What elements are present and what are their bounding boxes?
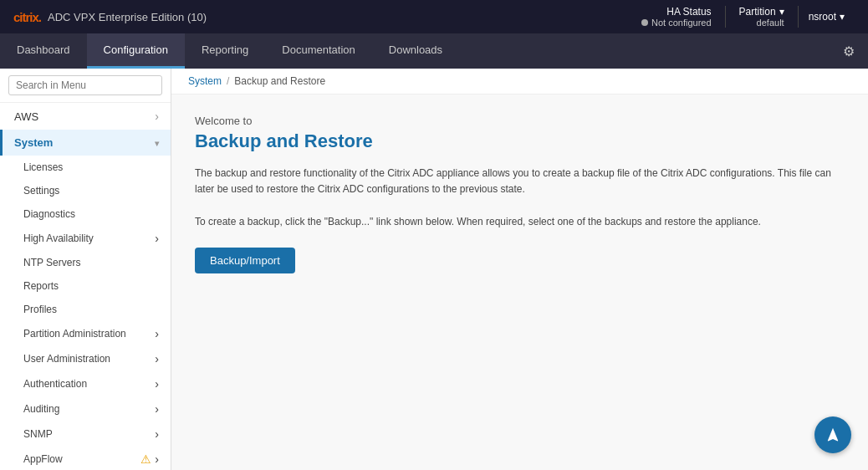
- sidebar-item-diagnostics[interactable]: Diagnostics: [0, 202, 171, 226]
- chevron-down-icon: ▾: [779, 6, 784, 18]
- settings-icon[interactable]: ⚙: [830, 33, 868, 69]
- user-chevron-icon: ▾: [840, 11, 845, 23]
- partition-value: default: [757, 18, 784, 28]
- breadcrumb-system-link[interactable]: System: [188, 75, 222, 87]
- sidebar-item-reports-label: Reports: [23, 280, 59, 292]
- content-area: Welcome to Backup and Restore The backup…: [171, 95, 868, 294]
- ha-dot-icon: [641, 19, 648, 26]
- search-box: [0, 69, 171, 103]
- nav-reporting[interactable]: Reporting: [185, 33, 265, 69]
- sidebar-item-auditing[interactable]: Auditing: [0, 396, 171, 421]
- brand-logo: citrix.: [13, 10, 41, 24]
- search-input[interactable]: [8, 75, 162, 95]
- sidebar-item-profiles-label: Profiles: [23, 304, 57, 315]
- sidebar-menu: AWS System Licenses Settings Diagnostics…: [0, 103, 171, 470]
- partition-section[interactable]: Partition ▾ default: [726, 6, 799, 28]
- system-arrow-icon: [155, 138, 159, 148]
- ha-status-label: HA Status: [666, 6, 711, 18]
- appflow-warning-icon: ⚠: [140, 452, 151, 466]
- sidebar-item-authentication-label: Authentication: [23, 378, 87, 390]
- sidebar-item-aws[interactable]: AWS: [0, 103, 171, 130]
- brand: citrix. ADC VPX Enterprise Edition (10): [13, 10, 281, 24]
- layout: AWS System Licenses Settings Diagnostics…: [0, 69, 868, 470]
- breadcrumb: System / Backup and Restore: [171, 69, 868, 95]
- nav-dashboard[interactable]: Dashboard: [0, 33, 87, 69]
- sidebar-item-ntp-label: NTP Servers: [23, 257, 80, 268]
- page-title: Backup and Restore: [195, 130, 845, 152]
- navigation-icon: [825, 427, 841, 443]
- sidebar: AWS System Licenses Settings Diagnostics…: [0, 69, 171, 470]
- appflow-arrow-icon: [155, 452, 159, 466]
- sidebar-item-snmp[interactable]: SNMP: [0, 421, 171, 447]
- description-2: To create a backup, click the "Backup...…: [195, 214, 845, 230]
- sidebar-item-partition-admin[interactable]: Partition Administration: [0, 321, 171, 346]
- sidebar-item-aws-label: AWS: [14, 110, 38, 123]
- nav-configuration[interactable]: Configuration: [87, 33, 185, 69]
- description-1: The backup and restore functionality of …: [195, 166, 845, 197]
- brand-title: ADC VPX Enterprise Edition (10): [48, 11, 207, 23]
- sidebar-item-licenses-label: Licenses: [23, 161, 63, 173]
- breadcrumb-separator: /: [227, 75, 229, 87]
- nav-documentation[interactable]: Documentation: [265, 33, 371, 69]
- sidebar-item-user-admin-label: User Administration: [23, 353, 110, 365]
- nav-downloads[interactable]: Downloads: [372, 33, 459, 69]
- user-section[interactable]: nsroot ▾: [799, 11, 855, 23]
- sidebar-item-profiles[interactable]: Profiles: [0, 298, 171, 321]
- sidebar-item-partition-label: Partition Administration: [23, 328, 126, 340]
- sidebar-item-appflow-label: AppFlow: [23, 453, 63, 465]
- sidebar-item-auditing-label: Auditing: [23, 403, 59, 415]
- ha-status-section[interactable]: HA Status Not configured: [628, 6, 726, 28]
- sidebar-item-settings-label: Settings: [23, 185, 59, 197]
- auth-arrow-icon: [155, 377, 159, 391]
- sidebar-item-appflow[interactable]: AppFlow ⚠: [0, 447, 171, 470]
- partition-arrow-icon: [155, 327, 159, 340]
- breadcrumb-current: Backup and Restore: [234, 75, 325, 87]
- sidebar-item-ha-label: High Availability: [23, 232, 94, 244]
- nav-bar: Dashboard Configuration Reporting Docume…: [0, 33, 868, 69]
- sidebar-item-high-availability[interactable]: High Availability: [0, 226, 171, 251]
- welcome-text: Welcome to: [195, 115, 845, 127]
- sidebar-item-system-label: System: [14, 136, 53, 149]
- aws-arrow-icon: [155, 110, 159, 123]
- sidebar-item-snmp-label: SNMP: [23, 428, 53, 440]
- sidebar-item-diagnostics-label: Diagnostics: [23, 208, 75, 220]
- ha-status-row: Not configured: [641, 18, 712, 28]
- auditing-arrow-icon: [155, 402, 159, 416]
- partition-label: Partition ▾: [739, 6, 784, 18]
- fab-button[interactable]: [814, 416, 851, 453]
- sidebar-item-settings[interactable]: Settings: [0, 179, 171, 202]
- sidebar-item-authentication[interactable]: Authentication: [0, 371, 171, 396]
- user-admin-arrow-icon: [155, 352, 159, 365]
- backup-import-button[interactable]: Backup/Import: [195, 248, 295, 273]
- main-content: System / Backup and Restore Welcome to B…: [171, 69, 868, 470]
- sidebar-item-reports[interactable]: Reports: [0, 274, 171, 298]
- sidebar-item-user-admin[interactable]: User Administration: [0, 346, 171, 371]
- sidebar-item-system[interactable]: System: [0, 130, 171, 156]
- top-bar: citrix. ADC VPX Enterprise Edition (10) …: [0, 0, 868, 33]
- sidebar-item-licenses[interactable]: Licenses: [0, 156, 171, 179]
- user-name: nsroot: [809, 11, 836, 23]
- sidebar-item-ntp[interactable]: NTP Servers: [0, 251, 171, 274]
- ha-arrow-icon: [155, 232, 159, 245]
- snmp-arrow-icon: [155, 427, 159, 441]
- top-bar-right: HA Status Not configured Partition ▾ def…: [628, 6, 855, 28]
- ha-status-value: Not configured: [651, 18, 712, 28]
